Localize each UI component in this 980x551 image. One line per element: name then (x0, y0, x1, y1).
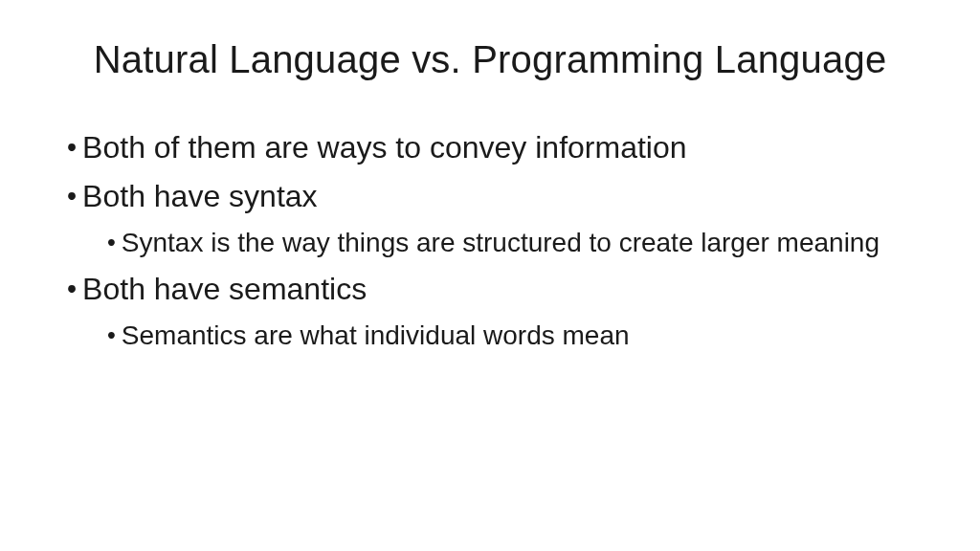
bullet-dot-icon: • (107, 225, 116, 261)
bullet-dot-icon: • (67, 176, 77, 217)
bullet-level2: • Semantics are what individual words me… (107, 318, 913, 354)
bullet-text: Both of them are ways to convey informat… (82, 127, 913, 168)
bullet-level1: • Both of them are ways to convey inform… (67, 127, 913, 168)
bullet-dot-icon: • (67, 127, 77, 168)
bullet-text: Both have syntax (82, 176, 913, 217)
bullet-text: Syntax is the way things are structured … (122, 225, 913, 261)
bullet-level2: • Syntax is the way things are structure… (107, 225, 913, 261)
slide-content: • Both of them are ways to convey inform… (67, 127, 913, 354)
bullet-dot-icon: • (67, 269, 77, 310)
slide-title: Natural Language vs. Programming Languag… (67, 38, 913, 81)
slide-container: Natural Language vs. Programming Languag… (0, 0, 980, 551)
bullet-level1: • Both have semantics (67, 269, 913, 310)
bullet-text: Both have semantics (82, 269, 913, 310)
bullet-text: Semantics are what individual words mean (122, 318, 913, 354)
bullet-level1: • Both have syntax (67, 176, 913, 217)
bullet-dot-icon: • (107, 318, 116, 354)
